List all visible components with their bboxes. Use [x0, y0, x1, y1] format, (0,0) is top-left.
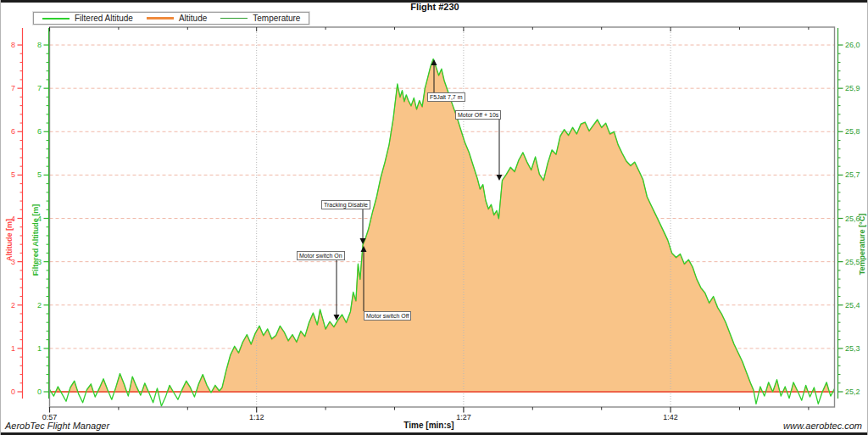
tick-label: 25,8: [845, 127, 860, 136]
tick-label: 25,9: [845, 84, 860, 92]
tick-label: 5: [11, 170, 15, 179]
tick-label: 1: [11, 344, 15, 353]
filtered-altitude-line-sample-icon: [42, 18, 70, 20]
legend-item-filtered-altitude: Filtered Altitude: [42, 14, 133, 23]
legend-label: Temperature: [253, 14, 300, 23]
tick-label: 1:27: [456, 413, 471, 421]
legend-item-temperature: Temperature: [220, 14, 300, 23]
annotation-f5jalt-7-7-m: F5Jalt 7,7 m: [427, 92, 465, 102]
filtered-altitude-axis: 012345678: [37, 28, 49, 399]
tick-label: 0: [37, 388, 42, 396]
tick-label: 25,4: [845, 301, 860, 310]
tick-label: 8: [11, 41, 15, 49]
tick-label: 2: [11, 301, 15, 310]
tick-label: 1:12: [249, 413, 264, 421]
tick-label: 3: [37, 258, 42, 266]
annotation-motor-switch-off: Motor switch Off: [364, 311, 411, 321]
annotation-motor-switch-on: Motor switch On: [297, 251, 345, 260]
tick-label: 0: [11, 388, 15, 396]
tick-label: 7: [11, 84, 15, 92]
altitude-line-sample-icon: [147, 17, 174, 20]
altitude-axis: 012345678: [11, 28, 23, 399]
annotation-motor-off-10s: Motor Off + 10s: [455, 110, 501, 120]
altitude-area: [50, 59, 835, 406]
tick-label: 25,2: [845, 388, 860, 396]
flight-manager-window: { "window": { "title": "Flight #230" }, …: [0, 0, 868, 435]
tick-label: 3: [11, 258, 15, 266]
tick-label: 7: [37, 84, 42, 92]
tick-label: 25,6: [845, 215, 860, 223]
legend: Filtered Altitude Altitude Temperature: [33, 12, 309, 25]
temperature-line-sample-icon: [220, 18, 248, 19]
tick-label: 5: [37, 170, 42, 179]
legend-label: Filtered Altitude: [75, 14, 133, 23]
legend-item-altitude: Altitude: [147, 14, 207, 23]
legend-label: Altitude: [179, 14, 207, 23]
tick-label: 4: [11, 215, 15, 223]
tick-label: 25,7: [845, 170, 860, 179]
chart-svg: 01234567801234567825,225,325,425,525,625…: [1, 0, 868, 435]
tick-label: 25,5: [845, 258, 860, 266]
tick-label: 8: [37, 41, 42, 49]
tick-label: 1:42: [663, 413, 678, 421]
tick-label: 6: [11, 127, 15, 136]
tick-label: 6: [37, 127, 42, 136]
temperature-axis: 25,225,325,425,525,625,725,825,926,0: [838, 28, 860, 399]
annotation-tracking-disable: Tracking Disable: [321, 200, 370, 209]
tick-label: 25,3: [845, 344, 860, 353]
chart-plot-area[interactable]: 01234567801234567825,225,325,425,525,625…: [1, 0, 868, 435]
tick-label: 2: [37, 301, 42, 310]
tick-label: 4: [37, 215, 42, 223]
tick-label: 26,0: [845, 41, 860, 49]
tick-label: 0:57: [42, 413, 58, 421]
tick-label: 1: [37, 344, 42, 353]
